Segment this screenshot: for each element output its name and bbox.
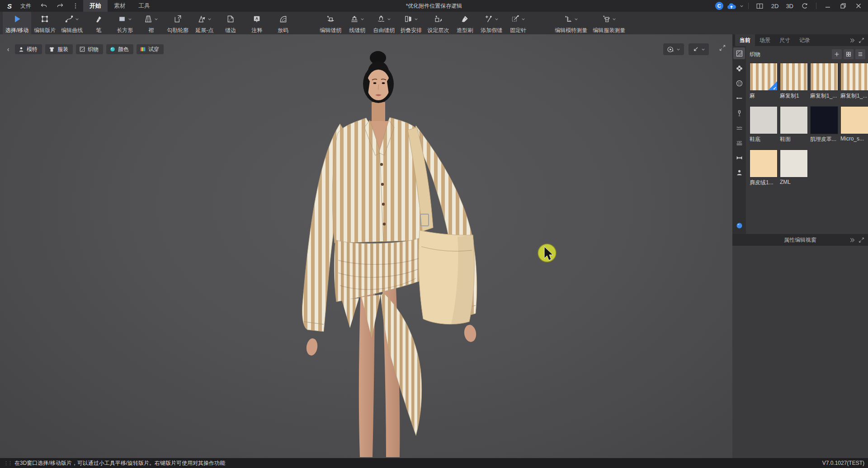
category-bow[interactable] bbox=[733, 152, 745, 164]
fabric-swatch[interactable] bbox=[780, 63, 808, 91]
expand-panel-icon[interactable] bbox=[859, 37, 864, 43]
tool-fixed-pin[interactable]: 固定针 bbox=[505, 12, 531, 34]
avatar-skirt[interactable] bbox=[334, 238, 423, 302]
tool-set-layer[interactable]: 设定层次 bbox=[425, 12, 452, 34]
tool-unfold-point[interactable]: 延展-点 bbox=[191, 12, 217, 34]
panel-tab-2[interactable]: 场景 bbox=[755, 34, 775, 46]
mode-tab-fabric[interactable]: 织物 bbox=[76, 44, 103, 54]
tool-pleat[interactable]: 褶 bbox=[138, 12, 164, 34]
property-panel-header[interactable]: 属性编辑视窗 bbox=[732, 234, 868, 246]
panel-tab-1[interactable]: 当前 bbox=[735, 34, 755, 46]
gizmo-mode-button[interactable] bbox=[689, 43, 709, 55]
fabric-swatch[interactable] bbox=[840, 63, 868, 91]
3d-viewport[interactable]: ‹ 模特服装织物颜色试穿 bbox=[0, 34, 732, 458]
tool-annotation[interactable]: A注释 bbox=[244, 12, 270, 34]
category-mannequin[interactable] bbox=[733, 167, 745, 178]
tryon-icon bbox=[140, 46, 146, 52]
fabric-swatch[interactable] bbox=[780, 150, 808, 178]
ribbon-tab-3[interactable]: 工具 bbox=[132, 0, 156, 12]
redo-icon[interactable] bbox=[52, 0, 68, 12]
swatch-cell: 鞋底 bbox=[750, 106, 778, 143]
cloud-sync-icon[interactable] bbox=[725, 2, 738, 10]
tool-add-basting[interactable]: 添加假缝 bbox=[478, 12, 505, 34]
mode-tab-label: 模特 bbox=[27, 46, 38, 53]
tool-seam-edge[interactable]: 缝边 bbox=[217, 12, 244, 34]
category-fabric-strip[interactable] bbox=[733, 47, 745, 59]
mode-tab-avatar[interactable]: 模特 bbox=[15, 44, 42, 54]
category-shirring[interactable] bbox=[733, 137, 745, 149]
collapse-panel-icon[interactable] bbox=[849, 237, 855, 243]
tool-rectangle[interactable]: 长方形 bbox=[112, 12, 138, 34]
tool-free-sewing[interactable]: 自由缝纫 bbox=[370, 12, 397, 34]
fabric-swatch[interactable] bbox=[840, 106, 868, 134]
avatar-hand-left[interactable] bbox=[305, 338, 318, 356]
panel-tab-3[interactable]: 尺寸 bbox=[775, 34, 795, 46]
category-button4[interactable] bbox=[733, 77, 745, 89]
render-mode-button[interactable] bbox=[663, 43, 684, 55]
3d-avatar[interactable] bbox=[0, 34, 732, 458]
fabric-swatch[interactable] bbox=[750, 150, 778, 178]
cloud-dropdown-chevron-icon[interactable] bbox=[740, 4, 744, 8]
expand-viewport-icon[interactable] bbox=[719, 44, 726, 51]
category-zipper[interactable] bbox=[733, 107, 745, 119]
avatar-head[interactable] bbox=[363, 51, 394, 103]
grid-view-button[interactable] bbox=[844, 49, 854, 59]
fabric-strip-icon bbox=[736, 50, 743, 57]
tool-edit-pattern[interactable]: 编辑版片 bbox=[31, 12, 58, 34]
minimize-button[interactable] bbox=[821, 0, 835, 12]
edit-curve-icon bbox=[65, 14, 74, 23]
fabric-swatch[interactable] bbox=[750, 106, 778, 134]
swatch-cell: 麻复制1_... bbox=[840, 63, 868, 100]
shirring-icon bbox=[736, 139, 743, 147]
tool-style-brush[interactable]: 造型刷 bbox=[452, 12, 478, 34]
tool-measure-garment[interactable]: 编辑服装测量 bbox=[590, 12, 628, 34]
tool-select-cursor[interactable]: 选择/移动 bbox=[3, 12, 31, 34]
ribbon-tab-1[interactable]: 开始 bbox=[83, 0, 108, 12]
add-basting-icon bbox=[484, 14, 493, 23]
split-view-icon[interactable] bbox=[753, 0, 767, 12]
tool-grading[interactable]: 放码 bbox=[270, 12, 296, 34]
view-3d-button[interactable]: 3D bbox=[783, 3, 796, 9]
file-menu[interactable]: 文件 bbox=[16, 0, 35, 12]
category-accessory[interactable] bbox=[733, 62, 745, 74]
tool-edit-sewing[interactable]: 编辑缝纫 bbox=[317, 12, 344, 34]
collapse-panel-icon[interactable] bbox=[849, 37, 855, 43]
tool-edit-curve[interactable]: 编辑曲线 bbox=[58, 12, 85, 34]
tool-trace-outline[interactable]: 勾勒轮廓 bbox=[164, 12, 191, 34]
view-2d-button[interactable]: 2D bbox=[769, 3, 782, 9]
mode-tab-color[interactable]: 颜色 bbox=[106, 44, 133, 54]
tool-label: 添加假缝 bbox=[481, 27, 502, 33]
undo-icon[interactable] bbox=[36, 0, 52, 12]
expand-panel-icon[interactable] bbox=[859, 237, 864, 243]
refresh-icon[interactable] bbox=[798, 0, 811, 12]
category-material-sphere[interactable] bbox=[733, 220, 745, 231]
avatar-hand-right[interactable] bbox=[463, 324, 477, 342]
panel-tab-bar: 当前场景尺寸记录 bbox=[732, 34, 868, 46]
add-fabric-button[interactable] bbox=[832, 49, 842, 59]
measure-model-icon bbox=[564, 14, 573, 23]
mode-tab-garment[interactable]: 服装 bbox=[45, 44, 73, 54]
library-title: 织物 bbox=[750, 51, 760, 58]
tool-pen[interactable]: 笔 bbox=[85, 12, 112, 34]
collapse-tabs-icon[interactable]: ‹ bbox=[5, 44, 12, 54]
tool-line-sewing[interactable]: 线缝纫 bbox=[344, 12, 370, 34]
fabric-swatch[interactable] bbox=[810, 63, 838, 91]
category-stitch-line[interactable] bbox=[733, 92, 745, 104]
chevron-down-icon bbox=[701, 47, 705, 51]
more-menu-icon[interactable] bbox=[69, 0, 82, 12]
panel-tab-4[interactable]: 记录 bbox=[795, 34, 815, 46]
mode-tab-tryon[interactable]: 试穿 bbox=[137, 44, 164, 54]
render-mode-icon bbox=[667, 46, 675, 53]
restore-button[interactable] bbox=[836, 0, 850, 12]
ribbon-tab-2[interactable]: 素材 bbox=[108, 0, 132, 12]
account-avatar[interactable]: C bbox=[715, 2, 723, 10]
tool-fold-arrange[interactable]: 折叠安排 bbox=[397, 12, 425, 34]
fabric-swatch[interactable] bbox=[750, 63, 778, 91]
tool-measure-model[interactable]: 编辑模特测量 bbox=[552, 12, 590, 34]
list-view-button[interactable] bbox=[855, 49, 865, 59]
fabric-swatch[interactable] bbox=[780, 106, 808, 134]
fabric-swatch[interactable] bbox=[810, 106, 838, 134]
close-button[interactable] bbox=[852, 0, 865, 12]
category-topstitch[interactable] bbox=[733, 122, 745, 134]
line-sewing-icon bbox=[350, 14, 359, 23]
